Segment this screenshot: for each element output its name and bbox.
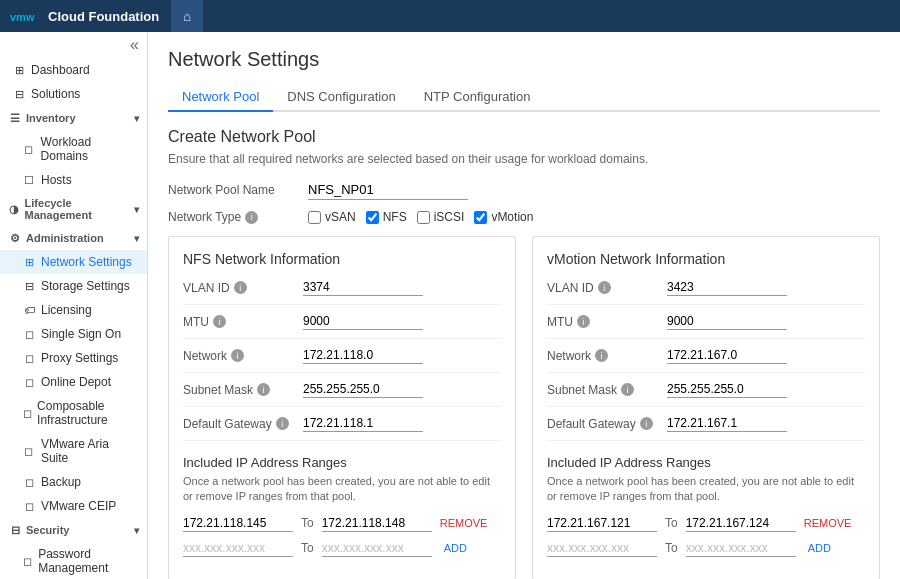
- sidebar-item-storage-settings[interactable]: ⊟ Storage Settings: [0, 274, 147, 298]
- sidebar-item-label: Security: [26, 524, 69, 536]
- sidebar-collapse-button[interactable]: «: [0, 32, 147, 58]
- nfs-range-from-new[interactable]: [183, 540, 293, 557]
- vmotion-vlan-info-icon[interactable]: i: [598, 281, 611, 294]
- vmotion-vlan-input[interactable]: [667, 279, 787, 296]
- network-info-icon[interactable]: i: [231, 349, 244, 362]
- sidebar-item-administration[interactable]: ⚙ Administration ▾: [0, 226, 147, 250]
- ceip-icon: ◻: [22, 499, 36, 513]
- subnet-info-icon[interactable]: i: [257, 383, 270, 396]
- nfs-mtu-row: MTU i: [183, 313, 501, 339]
- nfs-mtu-input[interactable]: [303, 313, 423, 330]
- vmotion-range-from-0[interactable]: [547, 515, 657, 532]
- vmotion-remove-button-0[interactable]: REMOVE: [804, 517, 852, 529]
- sidebar-item-composable[interactable]: ◻ Composable Infrastructure: [0, 394, 147, 432]
- mtu-info-icon[interactable]: i: [213, 315, 226, 328]
- vmotion-subnet-label: Subnet Mask i: [547, 383, 667, 397]
- network-type-info-icon[interactable]: i: [245, 211, 258, 224]
- vmotion-subnet-info-icon[interactable]: i: [621, 383, 634, 396]
- sidebar-item-aria[interactable]: ◻ VMware Aria Suite: [0, 432, 147, 470]
- svg-text:vmw: vmw: [10, 11, 35, 23]
- sidebar-item-label: Licensing: [41, 303, 92, 317]
- sidebar-item-hosts[interactable]: ☐ Hosts: [0, 168, 147, 192]
- sidebar-item-backup[interactable]: ◻ Backup: [0, 470, 147, 494]
- home-icon: ⌂: [183, 9, 191, 24]
- vlan-info-icon[interactable]: i: [234, 281, 247, 294]
- sidebar-item-ceip[interactable]: ◻ VMware CEIP: [0, 494, 147, 518]
- nfs-checkbox[interactable]: [366, 211, 379, 224]
- vmotion-checkbox[interactable]: [474, 211, 487, 224]
- nfs-vlan-input[interactable]: [303, 279, 423, 296]
- vmotion-range-from-new[interactable]: [547, 540, 657, 557]
- sidebar-item-network-settings[interactable]: ⊞ Network Settings: [0, 250, 147, 274]
- vmotion-network-info-icon[interactable]: i: [595, 349, 608, 362]
- nfs-range-to-new[interactable]: [322, 540, 432, 557]
- sidebar-item-licensing[interactable]: 🏷 Licensing: [0, 298, 147, 322]
- vmotion-gateway-info-icon[interactable]: i: [640, 417, 653, 430]
- nfs-ip-range-row-0: To REMOVE: [183, 515, 501, 532]
- sidebar-item-password-mgmt[interactable]: ◻ Password Management: [0, 542, 147, 579]
- vmotion-subnet-input[interactable]: [667, 381, 787, 398]
- vmotion-network-row: Network i: [547, 347, 865, 373]
- sidebar-item-workload-domains[interactable]: ◻ Workload Domains: [0, 130, 147, 168]
- sidebar-item-online-depot[interactable]: ◻ Online Depot: [0, 370, 147, 394]
- vmotion-gateway-input[interactable]: [667, 415, 787, 432]
- nfs-range-to-0[interactable]: [322, 515, 432, 532]
- nfs-range-from-0[interactable]: [183, 515, 293, 532]
- gateway-info-icon[interactable]: i: [276, 417, 289, 430]
- sidebar-item-label: Proxy Settings: [41, 351, 118, 365]
- sso-icon: ◻: [22, 327, 36, 341]
- nfs-ip-range-add-row: To ADD: [183, 540, 501, 557]
- nfs-add-button[interactable]: ADD: [444, 542, 467, 554]
- sidebar-item-label: Dashboard: [31, 63, 90, 77]
- sidebar-item-solutions[interactable]: ⊟ Solutions: [0, 82, 147, 106]
- tab-ntp-config[interactable]: NTP Configuration: [410, 83, 545, 112]
- vmotion-mtu-info-icon[interactable]: i: [577, 315, 590, 328]
- vmotion-to-label-new: To: [665, 541, 678, 555]
- vmotion-mtu-label: MTU i: [547, 315, 667, 329]
- main-layout: « ⊞ Dashboard ⊟ Solutions ☰ Inventory ▾ …: [0, 32, 900, 579]
- backup-icon: ◻: [22, 475, 36, 489]
- sidebar-item-security[interactable]: ⊟ Security ▾: [0, 518, 147, 542]
- home-button[interactable]: ⌂: [171, 0, 203, 32]
- vmotion-add-button[interactable]: ADD: [808, 542, 831, 554]
- checkbox-vmotion[interactable]: vMotion: [474, 210, 533, 224]
- hosts-icon: ☐: [22, 173, 36, 187]
- nfs-network-input[interactable]: [303, 347, 423, 364]
- vmotion-range-to-new[interactable]: [686, 540, 796, 557]
- network-type-checkboxes: vSAN NFS iSCSI vMotion: [308, 210, 533, 224]
- pool-name-input[interactable]: [308, 180, 468, 200]
- app-title: Cloud Foundation: [48, 9, 159, 24]
- sidebar-item-dashboard[interactable]: ⊞ Dashboard: [0, 58, 147, 82]
- sidebar-item-label: Single Sign On: [41, 327, 121, 341]
- nfs-subnet-input[interactable]: [303, 381, 423, 398]
- tab-network-pool[interactable]: Network Pool: [168, 83, 273, 112]
- aria-icon: ◻: [22, 444, 36, 458]
- nfs-remove-button-0[interactable]: REMOVE: [440, 517, 488, 529]
- nfs-gateway-input[interactable]: [303, 415, 423, 432]
- vmotion-panel-title: vMotion Network Information: [547, 251, 865, 267]
- sidebar-item-lifecycle-mgmt[interactable]: ◑ Lifecycle Management ▾: [0, 192, 147, 226]
- nfs-to-label-0: To: [301, 516, 314, 530]
- nfs-vlan-label: VLAN ID i: [183, 281, 303, 295]
- nfs-gateway-label: Default Gateway i: [183, 417, 303, 431]
- tab-dns-config[interactable]: DNS Configuration: [273, 83, 409, 112]
- sidebar-item-inventory[interactable]: ☰ Inventory ▾: [0, 106, 147, 130]
- checkbox-nfs[interactable]: NFS: [366, 210, 407, 224]
- vmotion-mtu-input[interactable]: [667, 313, 787, 330]
- sidebar-item-sso[interactable]: ◻ Single Sign On: [0, 322, 147, 346]
- sidebar-item-proxy[interactable]: ◻ Proxy Settings: [0, 346, 147, 370]
- network-panels: NFS Network Information VLAN ID i MTU i: [168, 236, 880, 579]
- vmotion-range-to-0[interactable]: [686, 515, 796, 532]
- vmw-logo-icon: vmw: [10, 7, 42, 25]
- sidebar-item-label: Storage Settings: [41, 279, 130, 293]
- checkbox-iscsi[interactable]: iSCSI: [417, 210, 465, 224]
- nfs-vlan-row: VLAN ID i: [183, 279, 501, 305]
- sidebar-item-label: Backup: [41, 475, 81, 489]
- vsan-checkbox[interactable]: [308, 211, 321, 224]
- sidebar-item-label: Inventory: [26, 112, 76, 124]
- sidebar-item-label: VMware Aria Suite: [41, 437, 139, 465]
- checkbox-vsan[interactable]: vSAN: [308, 210, 356, 224]
- inventory-icon: ☰: [8, 111, 22, 125]
- vmotion-network-input[interactable]: [667, 347, 787, 364]
- iscsi-checkbox[interactable]: [417, 211, 430, 224]
